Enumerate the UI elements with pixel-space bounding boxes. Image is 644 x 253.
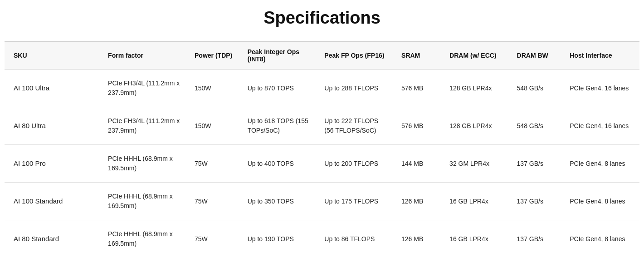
cell-sku: AI 100 Ultra <box>5 69 101 107</box>
cell-peak_int: Up to 190 TOPS <box>240 220 317 253</box>
cell-form_factor: PCIe FH3/4L (111.2mm x 237.9mm) <box>101 69 187 107</box>
cell-peak_fp: Up to 222 TFLOPS (56 TFLOPS/SoC) <box>317 107 394 145</box>
header-peak-fp: Peak FP Ops (FP16) <box>317 42 394 69</box>
cell-sram: 576 MB <box>394 69 442 107</box>
cell-host: PCIe Gen4, 8 lanes <box>562 145 639 183</box>
cell-sku: AI 100 Pro <box>5 145 101 183</box>
cell-dram: 128 GB LPR4x <box>442 107 509 145</box>
cell-dram_bw: 137 GB/s <box>510 220 563 253</box>
cell-dram_bw: 548 GB/s <box>510 107 563 145</box>
cell-peak_fp: Up to 288 TFLOPS <box>317 69 394 107</box>
cell-dram_bw: 548 GB/s <box>510 69 563 107</box>
cell-power: 150W <box>187 107 240 145</box>
cell-form_factor: PCIe FH3/4L (111.2mm x 237.9mm) <box>101 107 187 145</box>
cell-dram_bw: 137 GB/s <box>510 145 563 183</box>
table-row: AI 80 UltraPCIe FH3/4L (111.2mm x 237.9m… <box>5 107 639 145</box>
cell-power: 75W <box>187 183 240 220</box>
cell-peak_int: Up to 400 TOPS <box>240 145 317 183</box>
cell-peak_fp: Up to 86 TFLOPS <box>317 220 394 253</box>
header-sram: SRAM <box>394 42 442 69</box>
table-row: AI 100 StandardPCIe HHHL (68.9mm x 169.5… <box>5 183 639 220</box>
cell-sku: AI 80 Ultra <box>5 107 101 145</box>
cell-sku: AI 100 Standard <box>5 183 101 220</box>
cell-sram: 126 MB <box>394 220 442 253</box>
table-header-row: SKU Form factor Power (TDP) Peak Integer… <box>5 42 639 69</box>
table-row: AI 100 ProPCIe HHHL (68.9mm x 169.5mm)75… <box>5 145 639 183</box>
cell-peak_int: Up to 870 TOPS <box>240 69 317 107</box>
cell-peak_int: Up to 618 TOPS (155 TOPs/SoC) <box>240 107 317 145</box>
cell-sram: 576 MB <box>394 107 442 145</box>
cell-host: PCIe Gen4, 8 lanes <box>562 183 639 220</box>
table-row: AI 80 StandardPCIe HHHL (68.9mm x 169.5m… <box>5 220 639 253</box>
header-power: Power (TDP) <box>187 42 240 69</box>
cell-peak_fp: Up to 175 TFLOPS <box>317 183 394 220</box>
cell-sram: 126 MB <box>394 183 442 220</box>
page-title: Specifications <box>5 0 639 41</box>
cell-sram: 144 MB <box>394 145 442 183</box>
header-form-factor: Form factor <box>101 42 187 69</box>
cell-form_factor: PCIe HHHL (68.9mm x 169.5mm) <box>101 183 187 220</box>
header-peak-int: Peak Integer Ops (INT8) <box>240 42 317 69</box>
header-dram: DRAM (w/ ECC) <box>442 42 509 69</box>
cell-dram: 16 GB LPR4x <box>442 220 509 253</box>
page-container: Specifications SKU Form factor Power (TD… <box>0 0 644 253</box>
cell-host: PCIe Gen4, 16 lanes <box>562 69 639 107</box>
header-sku: SKU <box>5 42 101 69</box>
cell-dram: 16 GB LPR4x <box>442 183 509 220</box>
cell-dram_bw: 137 GB/s <box>510 183 563 220</box>
cell-peak_int: Up to 350 TOPS <box>240 183 317 220</box>
cell-host: PCIe Gen4, 16 lanes <box>562 107 639 145</box>
cell-form_factor: PCIe HHHL (68.9mm x 169.5mm) <box>101 145 187 183</box>
cell-peak_fp: Up to 200 TFLOPS <box>317 145 394 183</box>
header-dram-bw: DRAM BW <box>510 42 563 69</box>
cell-power: 150W <box>187 69 240 107</box>
header-host: Host Interface <box>562 42 639 69</box>
table-row: AI 100 UltraPCIe FH3/4L (111.2mm x 237.9… <box>5 69 639 107</box>
cell-power: 75W <box>187 220 240 253</box>
cell-sku: AI 80 Standard <box>5 220 101 253</box>
specs-table: SKU Form factor Power (TDP) Peak Integer… <box>5 41 639 253</box>
cell-form_factor: PCIe HHHL (68.9mm x 169.5mm) <box>101 220 187 253</box>
cell-dram: 32 GM LPR4x <box>442 145 509 183</box>
cell-power: 75W <box>187 145 240 183</box>
cell-host: PCIe Gen4, 8 lanes <box>562 220 639 253</box>
cell-dram: 128 GB LPR4x <box>442 69 509 107</box>
